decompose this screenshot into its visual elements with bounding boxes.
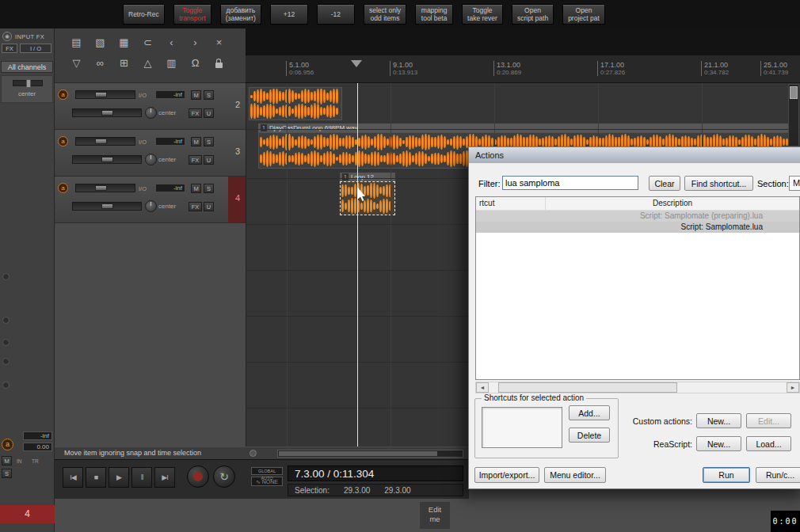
scroll-left-arrow[interactable]: ◄ [476, 382, 489, 393]
reascript-load-button[interactable]: Load... [746, 436, 791, 451]
toolbar-button[interactable]: Open script path [512, 4, 554, 25]
fader-handle[interactable] [95, 139, 107, 144]
toolbar-button[interactable]: +12 [270, 4, 308, 25]
selection-readout[interactable]: Selection: 29.3.00 29.3.00 [288, 484, 463, 496]
fx-button[interactable]: FX [189, 155, 202, 165]
toolbar-button[interactable]: Retro-Rec [123, 4, 165, 25]
toolbar-button[interactable]: добавить (заменит) [220, 4, 261, 25]
toolbar-button[interactable]: Toggle transport [173, 4, 211, 25]
power-icon[interactable]: ◉ [2, 32, 12, 41]
env-button[interactable]: U [204, 108, 214, 118]
media-item[interactable] [249, 87, 342, 120]
track-panel[interactable]: aI/O-infMS2centerFXU [55, 83, 246, 130]
mute-button[interactable]: M [191, 90, 201, 100]
envelope-icon[interactable]: △ [139, 55, 157, 71]
ruler[interactable]: 5.1.000:06.9569.1.000:13.91313.1.000:20.… [246, 55, 800, 83]
go-to-start-button[interactable]: I◀ [63, 467, 83, 488]
global-auto-label[interactable]: GLOBAL AUTO [251, 467, 283, 475]
redo-icon[interactable]: › [186, 34, 204, 51]
selection-start[interactable]: 29.3.00 [344, 484, 370, 496]
snap-magnet-icon[interactable]: Ω [186, 55, 204, 71]
env-button[interactable]: U [204, 202, 214, 211]
timeline-hscrollbar[interactable] [277, 450, 463, 458]
pan-knob[interactable] [145, 200, 157, 212]
global-automation[interactable]: GLOBAL AUTO ∿ NONE [251, 467, 283, 486]
grid-icon[interactable]: ⊞ [115, 55, 133, 71]
io-button[interactable]: I / O [20, 44, 51, 53]
edit-me-button[interactable]: Edit me [420, 502, 450, 529]
all-channels-button[interactable]: All channels [1, 61, 53, 73]
playback-position[interactable]: 7.3.00 / 0:11.304 [288, 466, 463, 481]
pan-knob[interactable] [145, 154, 157, 165]
find-shortcut-button[interactable]: Find shortcut... [684, 176, 753, 191]
delete-shortcut-button[interactable]: Delete [569, 428, 610, 443]
fader-handle[interactable] [101, 110, 113, 116]
scrollbar-thumb[interactable] [279, 451, 437, 456]
edit-cursor[interactable] [357, 83, 358, 446]
action-row[interactable]: Script: Samplomate.lua [476, 222, 799, 233]
scroll-right-arrow[interactable]: ► [787, 382, 799, 393]
new-project-icon[interactable]: ▤ [67, 34, 86, 51]
filter-icon[interactable]: ▽ [67, 55, 86, 71]
media-item-selected[interactable]: 1 Loop 12... [340, 173, 395, 215]
pan-fader[interactable] [72, 108, 142, 117]
record-arm-button[interactable]: a [2, 439, 13, 450]
fader-handle[interactable] [101, 203, 113, 209]
scrollbar-thumb[interactable] [790, 86, 798, 99]
toolbar-button[interactable]: mapping tool beta [415, 4, 453, 25]
pan-knob[interactable] [145, 107, 157, 119]
master-pan-readout[interactable]: 0.00 [23, 443, 52, 451]
volume-fader[interactable] [75, 184, 135, 192]
horizontal-scrollbar[interactable]: ◄ ► [475, 382, 800, 393]
fader-handle[interactable] [95, 185, 107, 191]
nav-dot[interactable] [250, 450, 257, 457]
solo-button[interactable]: S [2, 469, 12, 478]
pan-fader[interactable] [72, 202, 142, 211]
action-list[interactable]: rtcut Description Script: Samplomate (pr… [475, 196, 800, 380]
record-arm-button[interactable]: a [58, 183, 68, 193]
master-volume-readout[interactable]: -inf [23, 431, 52, 440]
go-to-end-button[interactable]: ▶I [154, 467, 175, 488]
menu-editor-button[interactable]: Menu editor... [544, 467, 606, 483]
action-row[interactable]: Script: Samplomate (preparing).lua [476, 211, 799, 222]
crossfade-icon[interactable]: × [210, 34, 228, 51]
pan-handle[interactable] [26, 79, 31, 88]
column-shortcut[interactable]: rtcut [476, 197, 546, 210]
filter-input[interactable] [502, 176, 638, 190]
add-shortcut-button[interactable]: Add... [569, 405, 610, 420]
selection-end[interactable]: 29.3.00 [384, 484, 410, 496]
section-dropdown[interactable]: M [789, 176, 800, 191]
paperclip-icon[interactable]: ⊂ [139, 34, 157, 51]
lock-icon[interactable] [210, 55, 228, 71]
vertical-scrollbar[interactable] [788, 84, 799, 146]
mute-button[interactable]: M [2, 456, 12, 466]
play-button[interactable]: ▶ [109, 467, 129, 488]
mute-button[interactable]: M [191, 184, 201, 193]
fx-button[interactable]: FX [189, 202, 202, 211]
toolbar-button[interactable]: select only odd items [364, 4, 406, 25]
record-arm-button[interactable]: a [58, 136, 68, 146]
fx-button[interactable]: FX [189, 108, 202, 118]
fader-handle[interactable] [101, 157, 113, 162]
open-project-icon[interactable]: ▧ [91, 34, 109, 51]
auto-mode[interactable]: ∿ NONE [251, 477, 283, 486]
scrollbar-thumb[interactable] [498, 382, 677, 393]
item-grouping-icon[interactable]: ∞ [91, 55, 109, 71]
volume-fader[interactable] [75, 90, 135, 99]
column-description[interactable]: Description [546, 197, 799, 210]
run-close-button[interactable]: Run/c... [756, 467, 800, 483]
reascript-new-button[interactable]: New... [696, 436, 741, 451]
env-button[interactable]: U [204, 155, 214, 165]
pan-fader[interactable] [72, 155, 142, 164]
pan-slider[interactable] [13, 80, 43, 86]
io-button[interactable]: I/O [139, 92, 147, 99]
solo-button[interactable]: S [204, 137, 214, 146]
grid-lines-icon[interactable]: ▥ [162, 55, 181, 71]
clear-button[interactable]: Clear [649, 176, 680, 191]
track-panel[interactable]: aI/O-infMS4centerFXU [55, 177, 246, 223]
solo-button[interactable]: S [204, 90, 214, 100]
fx-button[interactable]: FX [2, 44, 17, 53]
solo-button[interactable]: S [204, 184, 214, 193]
custom-action-new-button[interactable]: New... [696, 413, 741, 428]
toolbar-button[interactable]: -12 [317, 4, 355, 25]
